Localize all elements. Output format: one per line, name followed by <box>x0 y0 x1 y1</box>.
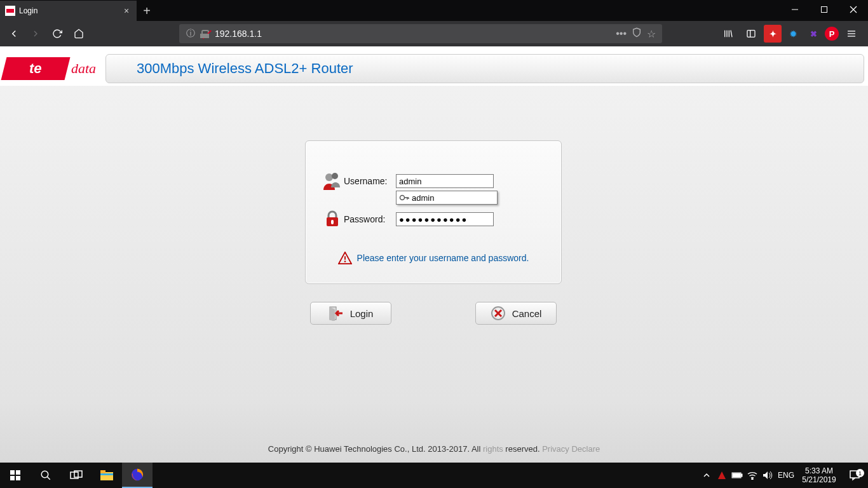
warning-icon <box>338 252 352 264</box>
svg-rect-1 <box>822 7 827 13</box>
back-button[interactable] <box>4 24 24 44</box>
hint-text: Please enter your username and password. <box>357 253 529 263</box>
svg-rect-36 <box>100 470 105 473</box>
window-close-button[interactable] <box>839 0 868 19</box>
router-page: te data 300Mbps Wireless ADSL2+ Router U… <box>0 46 868 463</box>
svg-line-7 <box>731 30 732 37</box>
extension-pinterest-icon[interactable]: P <box>825 27 839 41</box>
login-button-label: Login <box>350 308 374 319</box>
login-button[interactable]: Login <box>310 302 391 325</box>
start-button[interactable] <box>0 463 31 488</box>
svg-point-31 <box>41 471 48 478</box>
svg-rect-41 <box>733 473 740 477</box>
reload-button[interactable] <box>47 24 67 44</box>
extension-x-icon[interactable]: ✖ <box>804 25 822 43</box>
home-button[interactable] <box>69 24 89 44</box>
extension-adblock-icon[interactable]: ✦ <box>764 25 782 43</box>
autocomplete-dropdown: admin <box>396 191 498 205</box>
privacy-link[interactable]: Privacy Declare <box>542 444 600 454</box>
window-maximize-button[interactable] <box>810 0 839 19</box>
close-tab-icon[interactable]: × <box>121 6 132 16</box>
svg-rect-20 <box>331 220 334 224</box>
svg-rect-30 <box>16 476 20 480</box>
user-icon <box>321 171 344 191</box>
svg-point-15 <box>400 196 405 200</box>
url-bar[interactable]: ⓘ 192.168.1.1 ••• ☆ <box>179 24 662 43</box>
svg-point-13 <box>325 173 333 181</box>
autocomplete-text: admin <box>412 193 434 203</box>
window-minimize-button[interactable] <box>780 0 810 19</box>
copyright-text-a: Copyright © Huawei Technologies Co., Ltd… <box>268 444 483 454</box>
page-header: te data 300Mbps Wireless ADSL2+ Router <box>0 46 868 86</box>
sidebar-icon[interactable] <box>741 24 761 44</box>
username-input[interactable] <box>396 174 494 188</box>
extension-gear-icon[interactable]: ✹ <box>784 25 802 43</box>
firefox-taskbar-button[interactable] <box>122 463 153 488</box>
file-explorer-button[interactable] <box>92 463 122 488</box>
tray-wifi-icon[interactable] <box>745 463 760 488</box>
logo-suffix-text: data <box>71 60 96 77</box>
logo-mark-text: te <box>29 60 42 77</box>
taskbar: ENG 5:33 AM 5/21/2019 1 <box>0 463 868 488</box>
search-button[interactable] <box>31 463 61 488</box>
svg-rect-27 <box>10 470 15 475</box>
copyright-text-b: rights <box>483 444 503 454</box>
password-input[interactable] <box>396 212 494 226</box>
cancel-button-label: Cancel <box>512 308 542 319</box>
brand-logo: te data <box>0 53 102 84</box>
svg-point-22 <box>344 261 346 262</box>
tray-clock[interactable]: 5:33 AM 5/21/2019 <box>797 463 841 488</box>
svg-rect-40 <box>741 474 742 477</box>
insecure-connection-icon <box>200 29 210 39</box>
svg-point-42 <box>752 478 753 480</box>
tab-title: Login <box>19 6 121 15</box>
tray-app-icon[interactable] <box>714 463 729 488</box>
title-bar: 300Mbps Wireless ADSL2+ Router <box>105 54 864 83</box>
nav-toolbar: ⓘ 192.168.1.1 ••• ☆ ✦ ✹ ✖ P <box>0 21 868 46</box>
tracking-protection-icon[interactable] <box>632 27 642 40</box>
hamburger-menu-icon[interactable] <box>841 24 862 44</box>
bookmark-star-icon[interactable]: ☆ <box>647 28 656 40</box>
tab-favicon <box>5 6 15 16</box>
url-text: 192.168.1.1 <box>215 29 616 39</box>
key-icon <box>399 193 409 203</box>
tray-chevron-icon[interactable] <box>699 463 714 488</box>
tab-bar: Login × + <box>0 0 868 21</box>
tray-volume-icon[interactable] <box>760 463 775 488</box>
login-card: Username: admin Password: Please enter y… <box>305 140 562 284</box>
password-label: Password: <box>344 214 396 224</box>
page-actions-icon[interactable]: ••• <box>616 28 627 39</box>
tray-language[interactable]: ENG <box>775 471 797 480</box>
browser-tab[interactable]: Login × <box>0 1 137 21</box>
forward-button[interactable] <box>25 24 46 44</box>
svg-rect-37 <box>100 473 113 475</box>
task-view-button[interactable] <box>61 463 92 488</box>
username-label: Username: <box>344 176 396 186</box>
lock-icon <box>321 209 344 229</box>
svg-line-32 <box>47 477 50 480</box>
new-tab-button[interactable]: + <box>137 1 157 21</box>
tray-time: 5:33 AM <box>799 466 839 475</box>
svg-rect-28 <box>16 470 20 475</box>
tray-notifications-icon[interactable]: 1 <box>841 470 868 481</box>
footer: Copyright © Huawei Technologies Co., Ltd… <box>0 439 868 463</box>
svg-rect-8 <box>747 30 755 37</box>
cancel-icon <box>491 306 506 321</box>
site-info-icon[interactable]: ⓘ <box>186 29 196 39</box>
copyright-text-c: reserved. <box>503 444 542 454</box>
svg-rect-29 <box>10 476 15 480</box>
page-title: 300Mbps Wireless ADSL2+ Router <box>137 60 353 77</box>
login-icon <box>329 306 344 321</box>
library-icon[interactable] <box>718 24 738 44</box>
tray-battery-icon[interactable] <box>729 463 745 488</box>
svg-point-14 <box>332 173 338 179</box>
notification-badge: 1 <box>856 469 864 477</box>
cancel-button[interactable]: Cancel <box>475 302 557 325</box>
autocomplete-option[interactable]: admin <box>397 191 497 204</box>
tray-date: 5/21/2019 <box>799 475 839 484</box>
